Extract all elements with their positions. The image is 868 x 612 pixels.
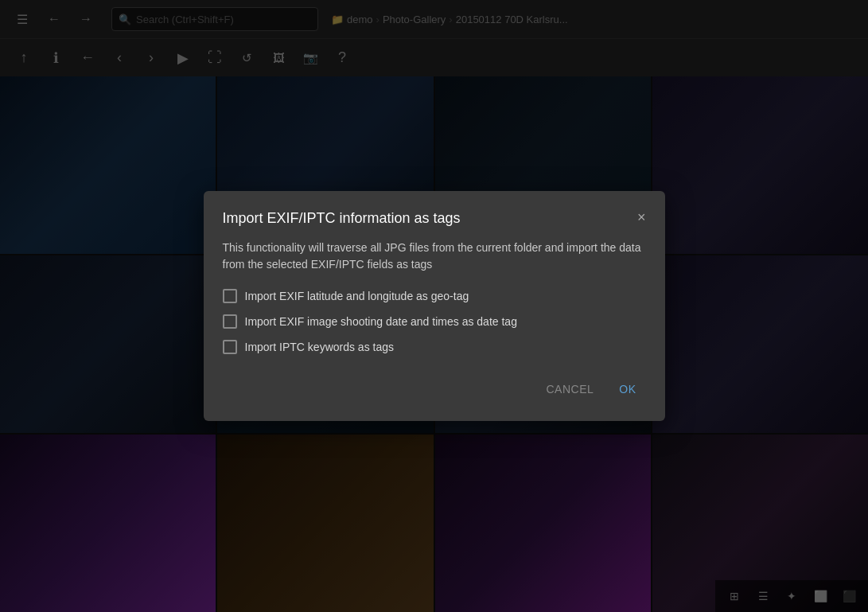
checkbox-iptc-box[interactable] [223, 340, 237, 354]
checkbox-date-box[interactable] [223, 314, 237, 329]
modal-header: Import EXIF/IPTC information as tags × [223, 210, 646, 227]
import-exif-modal: Import EXIF/IPTC information as tags × T… [204, 191, 665, 421]
checkbox-iptc[interactable]: Import IPTC keywords as tags [223, 340, 646, 354]
modal-footer: CANCEL OK [223, 376, 646, 402]
checkbox-geo-box[interactable] [223, 289, 237, 303]
modal-description: This functionality will traverse all JPG… [223, 240, 646, 273]
ok-button[interactable]: OK [609, 376, 645, 402]
checkbox-date-label: Import EXIF image shooting date and time… [245, 315, 517, 328]
checkbox-geo-label: Import EXIF latitude and longitude as ge… [245, 290, 469, 302]
checkbox-geo[interactable]: Import EXIF latitude and longitude as ge… [223, 289, 646, 303]
modal-overlay: Import EXIF/IPTC information as tags × T… [0, 0, 868, 612]
modal-close-button[interactable]: × [637, 210, 646, 224]
checkbox-iptc-label: Import IPTC keywords as tags [245, 341, 395, 353]
checkbox-group: Import EXIF latitude and longitude as ge… [223, 289, 646, 354]
checkbox-date[interactable]: Import EXIF image shooting date and time… [223, 314, 646, 329]
modal-title: Import EXIF/IPTC information as tags [223, 210, 461, 227]
cancel-button[interactable]: CANCEL [536, 376, 603, 402]
